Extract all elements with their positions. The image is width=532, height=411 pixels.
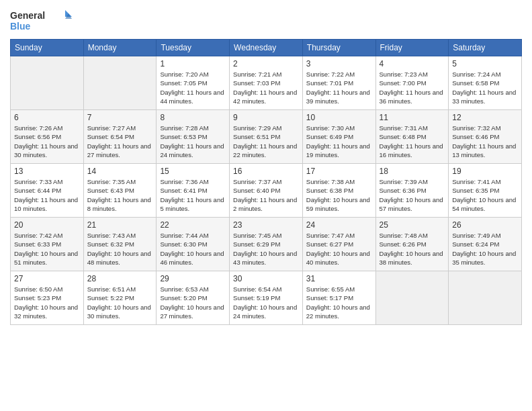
day-info: Sunrise: 7:22 AM Sunset: 7:01 PM Dayligh… xyxy=(306,70,372,105)
calendar-cell: 7Sunrise: 7:27 AM Sunset: 6:54 PM Daylig… xyxy=(83,110,157,164)
calendar-cell: 18Sunrise: 7:39 AM Sunset: 6:36 PM Dayli… xyxy=(375,164,449,218)
day-number: 10 xyxy=(306,113,372,122)
calendar-week-1: 1Sunrise: 7:20 AM Sunset: 7:05 PM Daylig… xyxy=(11,56,522,110)
calendar-cell: 28Sunrise: 6:51 AM Sunset: 5:22 PM Dayli… xyxy=(83,271,157,325)
day-info: Sunrise: 7:33 AM Sunset: 6:44 PM Dayligh… xyxy=(14,177,80,213)
day-number: 7 xyxy=(87,113,153,122)
day-number: 4 xyxy=(380,59,445,68)
calendar-cell: 19Sunrise: 7:41 AM Sunset: 6:35 PM Dayli… xyxy=(449,164,522,218)
day-number: 8 xyxy=(160,113,226,122)
day-info: Sunrise: 7:24 AM Sunset: 6:58 PM Dayligh… xyxy=(452,70,518,105)
day-number: 27 xyxy=(14,274,80,283)
day-number: 31 xyxy=(306,274,372,283)
day-number: 22 xyxy=(160,220,226,230)
day-number: 15 xyxy=(160,167,226,176)
day-info: Sunrise: 7:42 AM Sunset: 6:33 PM Dayligh… xyxy=(14,231,80,267)
calendar-cell: 15Sunrise: 7:36 AM Sunset: 6:41 PM Dayli… xyxy=(157,164,230,218)
day-info: Sunrise: 6:51 AM Sunset: 5:22 PM Dayligh… xyxy=(87,285,153,320)
calendar-cell xyxy=(83,56,157,110)
day-info: Sunrise: 7:47 AM Sunset: 6:27 PM Dayligh… xyxy=(306,231,372,267)
calendar-cell: 2Sunrise: 7:21 AM Sunset: 7:03 PM Daylig… xyxy=(230,56,303,110)
day-info: Sunrise: 6:54 AM Sunset: 5:19 PM Dayligh… xyxy=(233,285,299,320)
day-info: Sunrise: 7:27 AM Sunset: 6:54 PM Dayligh… xyxy=(87,124,153,159)
day-info: Sunrise: 7:21 AM Sunset: 7:03 PM Dayligh… xyxy=(233,70,299,105)
day-number: 30 xyxy=(233,274,299,283)
calendar-cell: 17Sunrise: 7:38 AM Sunset: 6:38 PM Dayli… xyxy=(302,164,375,218)
calendar-cell: 14Sunrise: 7:35 AM Sunset: 6:43 PM Dayli… xyxy=(83,164,157,218)
calendar-cell: 23Sunrise: 7:45 AM Sunset: 6:29 PM Dayli… xyxy=(230,218,303,271)
day-number: 19 xyxy=(452,167,518,176)
svg-text:Blue: Blue xyxy=(10,21,31,32)
calendar-cell: 13Sunrise: 7:33 AM Sunset: 6:44 PM Dayli… xyxy=(11,164,84,218)
logo: General Blue xyxy=(10,7,77,34)
calendar-cell: 26Sunrise: 7:49 AM Sunset: 6:24 PM Dayli… xyxy=(449,218,522,271)
calendar-header-saturday: Saturday xyxy=(449,40,522,56)
day-info: Sunrise: 6:53 AM Sunset: 5:20 PM Dayligh… xyxy=(160,285,226,320)
calendar-cell: 31Sunrise: 6:55 AM Sunset: 5:17 PM Dayli… xyxy=(302,271,375,325)
day-info: Sunrise: 7:45 AM Sunset: 6:29 PM Dayligh… xyxy=(233,231,299,267)
day-number: 28 xyxy=(87,274,153,283)
day-number: 5 xyxy=(452,59,518,68)
day-number: 26 xyxy=(452,220,518,230)
calendar-cell: 12Sunrise: 7:32 AM Sunset: 6:46 PM Dayli… xyxy=(449,110,522,164)
day-number: 23 xyxy=(233,220,299,230)
day-number: 16 xyxy=(233,167,299,176)
day-number: 25 xyxy=(380,220,445,230)
day-info: Sunrise: 7:41 AM Sunset: 6:35 PM Dayligh… xyxy=(452,177,518,213)
calendar-cell: 6Sunrise: 7:26 AM Sunset: 6:56 PM Daylig… xyxy=(11,110,84,164)
day-info: Sunrise: 7:48 AM Sunset: 6:26 PM Dayligh… xyxy=(380,231,445,267)
day-info: Sunrise: 7:23 AM Sunset: 7:00 PM Dayligh… xyxy=(380,70,445,105)
day-number: 3 xyxy=(306,59,372,68)
svg-text:General: General xyxy=(10,10,45,21)
calendar-cell: 30Sunrise: 6:54 AM Sunset: 5:19 PM Dayli… xyxy=(230,271,303,325)
day-number: 14 xyxy=(87,167,153,176)
day-info: Sunrise: 7:26 AM Sunset: 6:56 PM Dayligh… xyxy=(14,124,80,159)
day-number: 12 xyxy=(452,113,518,122)
calendar-week-5: 27Sunrise: 6:50 AM Sunset: 5:23 PM Dayli… xyxy=(11,271,522,325)
day-number: 21 xyxy=(87,220,153,230)
day-info: Sunrise: 7:44 AM Sunset: 6:30 PM Dayligh… xyxy=(160,231,226,267)
calendar-header-friday: Friday xyxy=(375,40,449,56)
day-number: 13 xyxy=(14,167,80,176)
day-number: 24 xyxy=(306,220,372,230)
day-number: 29 xyxy=(160,274,226,283)
day-info: Sunrise: 7:43 AM Sunset: 6:32 PM Dayligh… xyxy=(87,231,153,267)
calendar-cell: 1Sunrise: 7:20 AM Sunset: 7:05 PM Daylig… xyxy=(157,56,230,110)
calendar-cell: 24Sunrise: 7:47 AM Sunset: 6:27 PM Dayli… xyxy=(302,218,375,271)
calendar-cell: 21Sunrise: 7:43 AM Sunset: 6:32 PM Dayli… xyxy=(83,218,157,271)
day-number: 9 xyxy=(233,113,299,122)
day-info: Sunrise: 7:29 AM Sunset: 6:51 PM Dayligh… xyxy=(233,124,299,159)
day-info: Sunrise: 6:50 AM Sunset: 5:23 PM Dayligh… xyxy=(14,285,80,320)
day-info: Sunrise: 7:28 AM Sunset: 6:53 PM Dayligh… xyxy=(160,124,226,159)
logo-icon: General Blue xyxy=(10,7,77,34)
calendar-cell xyxy=(449,271,522,325)
day-info: Sunrise: 7:37 AM Sunset: 6:40 PM Dayligh… xyxy=(233,177,299,213)
day-number: 20 xyxy=(14,220,80,230)
calendar-cell: 11Sunrise: 7:31 AM Sunset: 6:48 PM Dayli… xyxy=(375,110,449,164)
day-info: Sunrise: 7:36 AM Sunset: 6:41 PM Dayligh… xyxy=(160,177,226,213)
day-number: 18 xyxy=(380,167,445,176)
calendar-cell: 8Sunrise: 7:28 AM Sunset: 6:53 PM Daylig… xyxy=(157,110,230,164)
day-info: Sunrise: 7:35 AM Sunset: 6:43 PM Dayligh… xyxy=(87,177,153,213)
day-info: Sunrise: 7:30 AM Sunset: 6:49 PM Dayligh… xyxy=(306,124,372,159)
calendar-cell: 16Sunrise: 7:37 AM Sunset: 6:40 PM Dayli… xyxy=(230,164,303,218)
header: General Blue xyxy=(10,7,522,34)
day-info: Sunrise: 7:38 AM Sunset: 6:38 PM Dayligh… xyxy=(306,177,372,213)
calendar-cell: 29Sunrise: 6:53 AM Sunset: 5:20 PM Dayli… xyxy=(157,271,230,325)
day-number: 6 xyxy=(14,113,80,122)
calendar-cell: 5Sunrise: 7:24 AM Sunset: 6:58 PM Daylig… xyxy=(449,56,522,110)
calendar-cell: 27Sunrise: 6:50 AM Sunset: 5:23 PM Dayli… xyxy=(11,271,84,325)
day-info: Sunrise: 7:20 AM Sunset: 7:05 PM Dayligh… xyxy=(160,70,226,105)
calendar-header-monday: Monday xyxy=(83,40,157,56)
calendar-cell: 10Sunrise: 7:30 AM Sunset: 6:49 PM Dayli… xyxy=(302,110,375,164)
calendar-cell: 25Sunrise: 7:48 AM Sunset: 6:26 PM Dayli… xyxy=(375,218,449,271)
calendar-cell: 4Sunrise: 7:23 AM Sunset: 7:00 PM Daylig… xyxy=(375,56,449,110)
calendar-header-row: SundayMondayTuesdayWednesdayThursdayFrid… xyxy=(11,40,522,56)
page: General Blue SundayMondayTuesdayWednesda… xyxy=(0,0,532,411)
calendar-cell: 20Sunrise: 7:42 AM Sunset: 6:33 PM Dayli… xyxy=(11,218,84,271)
calendar-cell: 22Sunrise: 7:44 AM Sunset: 6:30 PM Dayli… xyxy=(157,218,230,271)
day-info: Sunrise: 7:39 AM Sunset: 6:36 PM Dayligh… xyxy=(380,177,445,213)
calendar-cell: 3Sunrise: 7:22 AM Sunset: 7:01 PM Daylig… xyxy=(302,56,375,110)
calendar-header-sunday: Sunday xyxy=(11,40,84,56)
day-info: Sunrise: 6:55 AM Sunset: 5:17 PM Dayligh… xyxy=(306,285,372,320)
